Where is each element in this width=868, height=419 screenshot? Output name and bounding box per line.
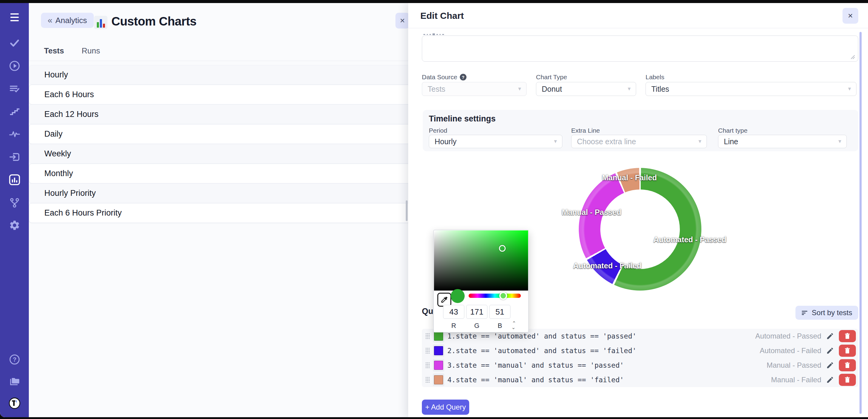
list-check-icon[interactable] — [8, 83, 21, 95]
current-color-swatch — [451, 289, 465, 303]
add-query-button[interactable]: + Add Query — [422, 399, 469, 415]
pulse-icon[interactable] — [8, 128, 21, 140]
data-source-label: Data Source ? — [422, 73, 466, 81]
query-label: Automated - Passed — [755, 332, 821, 340]
back-to-analytics-button[interactable]: « Analytics — [41, 13, 94, 28]
hue-slider[interactable] — [469, 294, 521, 298]
labels-label: Labels — [646, 73, 664, 81]
red-input[interactable] — [443, 305, 464, 319]
timeline-chart-type-select[interactable]: Line▼ — [718, 135, 847, 148]
period-select[interactable]: Hourly▼ — [429, 135, 562, 148]
help-icon[interactable]: ? — [8, 353, 21, 365]
delete-query-button[interactable] — [839, 330, 856, 342]
drag-handle-icon[interactable] — [425, 376, 430, 384]
extra-line-select[interactable]: Choose extra line▼ — [571, 135, 707, 148]
chart-name: Hourly — [44, 70, 68, 80]
updown-icon[interactable]: ⌃⌃ — [512, 321, 515, 329]
data-source-select: Tests▼ — [422, 82, 527, 96]
close-page-button[interactable]: × — [396, 13, 409, 29]
trash-icon — [844, 362, 850, 368]
chart-name: Each 6 Hours Priority — [44, 208, 122, 218]
sort-icon — [802, 310, 808, 316]
branch-icon[interactable] — [8, 197, 21, 209]
saturation-cursor[interactable] — [499, 245, 506, 252]
play-circle-icon[interactable] — [8, 60, 21, 72]
delete-query-button[interactable] — [839, 374, 856, 386]
edit-pencil-icon[interactable] — [826, 376, 834, 384]
donut-hole — [600, 189, 680, 269]
eyedropper-icon — [440, 296, 448, 304]
chevron-down-icon: ▼ — [517, 86, 522, 92]
divider — [408, 28, 868, 28]
clipped-field-label — [423, 33, 444, 35]
color-swatch — [434, 346, 443, 355]
color-swatch-button[interactable] — [433, 373, 444, 386]
chart-type-select[interactable]: Donut▼ — [536, 82, 636, 96]
color-swatch — [434, 375, 443, 384]
color-swatch-button[interactable] — [433, 359, 444, 371]
slice-label-manual-passed: Manual - Passed — [562, 208, 621, 217]
query-label: Automated - Failed — [760, 347, 821, 355]
description-textarea[interactable] — [422, 35, 858, 62]
drag-handle-icon[interactable] — [425, 347, 430, 354]
query-text: 2.state == 'automated' and status == 'fa… — [447, 347, 637, 355]
color-picker-popup: R G B ⌃⌃ — [433, 230, 529, 332]
query-row: 2.state == 'automated' and status == 'fa… — [422, 343, 858, 358]
close-icon: × — [400, 16, 405, 26]
tabs: Tests Runs — [44, 46, 100, 56]
tab-runs[interactable]: Runs — [82, 46, 100, 56]
chevron-down-icon: ▼ — [698, 139, 702, 144]
edit-chart-panel: Edit Chart × Data Source ? Chart Type La… — [408, 3, 868, 417]
red-label: R — [443, 322, 464, 330]
blue-label: B — [489, 322, 510, 330]
slice-label-automated-passed: Automated - Passed — [653, 235, 726, 244]
color-swatch-button[interactable] — [433, 344, 444, 357]
trash-icon — [844, 347, 850, 354]
chevron-down-icon: ▼ — [837, 139, 842, 144]
list-scrollbar[interactable] — [406, 200, 408, 221]
edit-pencil-icon[interactable] — [826, 347, 834, 355]
menu-icon[interactable] — [7, 10, 22, 24]
close-panel-button[interactable]: × — [842, 8, 858, 24]
donut-chart: Automated - Passed Automated - Failed Ma… — [579, 168, 702, 291]
app-logo[interactable] — [8, 397, 21, 409]
folder-icon[interactable] — [8, 375, 21, 387]
help-circle-icon[interactable]: ? — [460, 74, 466, 81]
query-text: 4.state == 'manual' and status == 'faile… — [447, 376, 624, 384]
delete-query-button[interactable] — [839, 359, 856, 371]
drag-handle-icon[interactable] — [425, 332, 430, 340]
tab-tests[interactable]: Tests — [44, 46, 64, 56]
drag-handle-icon[interactable] — [425, 362, 430, 369]
bar-chart-box-icon[interactable] — [8, 174, 21, 186]
delete-query-button[interactable] — [839, 345, 856, 357]
check-icon[interactable] — [8, 37, 21, 49]
query-row: 4.state == 'manual' and status == 'faile… — [422, 372, 858, 387]
chart-name: Each 6 Hours — [44, 90, 94, 99]
query-row: 3.state == 'manual' and status == 'passe… — [422, 358, 858, 372]
sort-by-tests-button[interactable]: Sort by tests — [796, 306, 858, 320]
query-rows: 1.state == 'automated' and status == 'pa… — [422, 329, 858, 387]
import-icon[interactable] — [8, 151, 21, 163]
extra-line-label: Extra Line — [571, 127, 600, 134]
slice-label-automated-failed: Automated - Failed — [573, 262, 641, 270]
gear-icon[interactable] — [8, 219, 21, 231]
chart-name: Each 12 Hours — [44, 110, 99, 119]
timeline-settings-box: Timeline settings Period Extra Line Char… — [423, 110, 858, 151]
svg-text:?: ? — [12, 356, 16, 363]
hue-slider-thumb[interactable] — [499, 292, 507, 300]
saturation-area[interactable] — [434, 231, 528, 291]
labels-select[interactable]: Titles▼ — [646, 82, 857, 96]
chart-name: Monthly — [44, 169, 73, 178]
edit-pencil-icon[interactable] — [826, 361, 834, 369]
page-title: Custom Charts — [112, 14, 196, 28]
blue-input[interactable] — [489, 305, 510, 319]
edit-pencil-icon[interactable] — [826, 332, 834, 340]
panel-scrollbar[interactable] — [860, 32, 862, 414]
color-swatch — [434, 361, 443, 370]
trash-icon — [844, 377, 850, 383]
query-label: Manual - Failed — [771, 376, 821, 384]
panel-title: Edit Chart — [420, 11, 464, 21]
steps-icon[interactable] — [8, 106, 21, 118]
timeline-chart-type-label: Chart type — [718, 127, 747, 134]
green-input[interactable] — [466, 305, 488, 319]
